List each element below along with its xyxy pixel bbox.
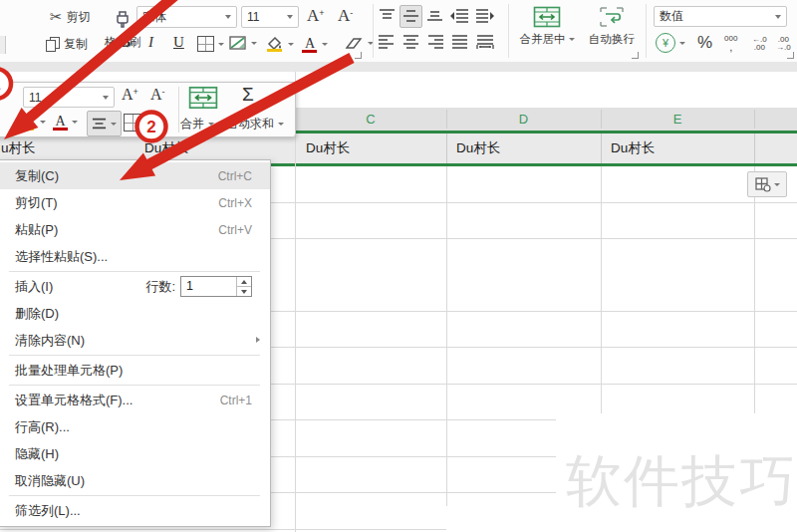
align-left-button[interactable]: [378, 34, 395, 54]
cell-shading-button[interactable]: [229, 35, 257, 51]
cell-d1[interactable]: Du村长: [456, 133, 500, 163]
align-middle-button[interactable]: [399, 5, 422, 28]
column-header-e[interactable]: E: [601, 108, 754, 131]
mini-merge-button[interactable]: 合并: [180, 116, 214, 133]
chevron-down-icon: [103, 96, 109, 100]
column-header-d[interactable]: D: [446, 108, 601, 131]
menu-item-label: 剪切(T): [15, 194, 58, 212]
currency-format-button[interactable]: ¥: [656, 33, 685, 53]
triangle-down-icon: [241, 290, 247, 294]
cell-c1[interactable]: Du村长: [306, 133, 350, 163]
mini-font-color-button[interactable]: A: [53, 112, 78, 132]
menu-item-hide[interactable]: 隐藏(H): [0, 440, 270, 467]
borders-button[interactable]: [197, 36, 224, 52]
increase-font-button[interactable]: A+: [307, 6, 325, 26]
gridline: [295, 72, 296, 532]
paste-options-button[interactable]: [747, 171, 787, 197]
chevron-down-icon: [218, 43, 224, 46]
cell-divider: [446, 133, 447, 163]
font-color-button[interactable]: A: [302, 34, 328, 54]
chevron-down-icon: [111, 123, 117, 126]
italic-button[interactable]: I: [148, 34, 153, 51]
menu-item-clear-contents[interactable]: 清除内容(N): [0, 327, 270, 354]
justify-button[interactable]: [451, 34, 468, 54]
column-header-c[interactable]: C: [295, 108, 446, 131]
number-group-dialog-launcher[interactable]: [787, 52, 794, 59]
chevron-down-icon: [208, 123, 214, 126]
chevron-down-icon: [225, 15, 231, 19]
chevron-down-icon: [775, 15, 781, 19]
menu-item-label: 复制(C): [15, 167, 59, 185]
font-color-icon: A: [53, 112, 68, 132]
eraser-button[interactable]: [344, 36, 374, 51]
menu-item-copy[interactable]: 复制(C) Ctrl+C: [0, 162, 270, 189]
menu-item-format-cells[interactable]: 设置单元格格式(F)... Ctrl+1: [0, 387, 270, 413]
distributed-icon: [475, 34, 495, 50]
cut-button[interactable]: ✂ 剪切: [50, 8, 91, 26]
decrease-decimal-button[interactable]: .00→.0: [776, 36, 791, 52]
menu-item-insert[interactable]: 插入(I) 行数: 1: [0, 273, 270, 300]
menu-item-label: 批量处理单元格(P): [15, 362, 123, 380]
cut-label: 剪切: [67, 9, 91, 26]
chevron-down-icon: [569, 38, 575, 41]
chevron-down-icon: [40, 121, 46, 124]
mini-autosum-button[interactable]: 自动求和: [226, 116, 284, 133]
menu-item-batch-process-cells[interactable]: 批量处理单元格(P): [0, 357, 270, 384]
mini-merge-icon-button[interactable]: [188, 86, 218, 114]
menu-item-row-height[interactable]: 行高(R)...: [0, 413, 270, 440]
mini-autosum-icon-button[interactable]: Σ: [242, 84, 254, 106]
underline-button[interactable]: U: [173, 34, 184, 51]
align-right-button[interactable]: [427, 34, 444, 54]
increase-decimal-button[interactable]: ←.0.00: [752, 36, 767, 52]
plus-icon: +: [133, 87, 138, 97]
cell-divider: [601, 133, 602, 163]
number-format-combo[interactable]: 数值: [654, 6, 787, 27]
font-name-combo[interactable]: 宋体: [136, 6, 237, 28]
menu-item-unhide[interactable]: 取消隐藏(U): [0, 467, 270, 494]
mini-increase-font-button[interactable]: A+: [122, 86, 138, 104]
mini-alignment-button[interactable]: [87, 111, 122, 136]
distributed-button[interactable]: [475, 34, 495, 54]
mini-decrease-font-button[interactable]: A-: [150, 86, 165, 104]
alignment-group-dialog-launcher[interactable]: [632, 52, 639, 59]
row-count-label: 行数:: [145, 278, 175, 296]
cell-e1[interactable]: Du村长: [611, 133, 655, 163]
font-group-dialog-launcher[interactable]: [355, 52, 362, 59]
italic-label: I: [148, 34, 153, 50]
menu-item-delete[interactable]: 删除(D): [0, 300, 270, 327]
menu-item-paste-special[interactable]: 选择性粘贴(S)...: [0, 243, 270, 270]
align-center-button[interactable]: [402, 34, 419, 54]
font-size-combo[interactable]: 11: [241, 6, 299, 28]
percent-format-button[interactable]: %: [697, 33, 712, 53]
fill-color-button[interactable]: [265, 35, 294, 53]
menu-item-filter-column[interactable]: 筛选列(L)...: [0, 497, 270, 524]
merge-center-button[interactable]: 合并居中: [516, 6, 578, 47]
spinner-up-button[interactable]: [237, 277, 251, 287]
spinner-down-button[interactable]: [237, 287, 251, 296]
mini-borders-button[interactable]: [124, 114, 142, 135]
mini-fill-color-button[interactable]: [17, 113, 46, 132]
menu-item-paste[interactable]: 粘贴(P) Ctrl+V: [0, 216, 270, 243]
menu-item-label: 删除(D): [15, 305, 59, 323]
row-count-spinner[interactable]: 1: [180, 276, 252, 297]
align-center-icon: [402, 34, 419, 50]
submenu-arrow-icon: [256, 337, 260, 343]
copy-button[interactable]: 复制: [46, 36, 88, 53]
thousands-separator-button[interactable]: 000,: [724, 35, 737, 53]
mini-font-size-value: 11: [29, 91, 41, 105]
merge-center-icon: [533, 6, 561, 28]
menu-item-cut[interactable]: 剪切(T) Ctrl+X: [0, 189, 270, 216]
minus-icon: -: [350, 8, 353, 18]
copy-label: 复制: [64, 36, 88, 53]
mini-font-size-combo[interactable]: 11: [23, 87, 115, 108]
align-bottom-button[interactable]: [426, 8, 443, 28]
decrease-font-button[interactable]: A-: [338, 6, 353, 26]
increase-indent-button[interactable]: [475, 8, 495, 28]
wrap-text-button[interactable]: 自动换行: [586, 6, 638, 47]
decrease-indent-button[interactable]: [449, 8, 469, 28]
align-top-button[interactable]: [379, 8, 396, 28]
decrease-indent-icon: [449, 8, 469, 24]
chevron-down-icon: [679, 42, 685, 45]
row-count-value: 1: [181, 277, 236, 296]
bold-button[interactable]: B: [121, 34, 131, 51]
